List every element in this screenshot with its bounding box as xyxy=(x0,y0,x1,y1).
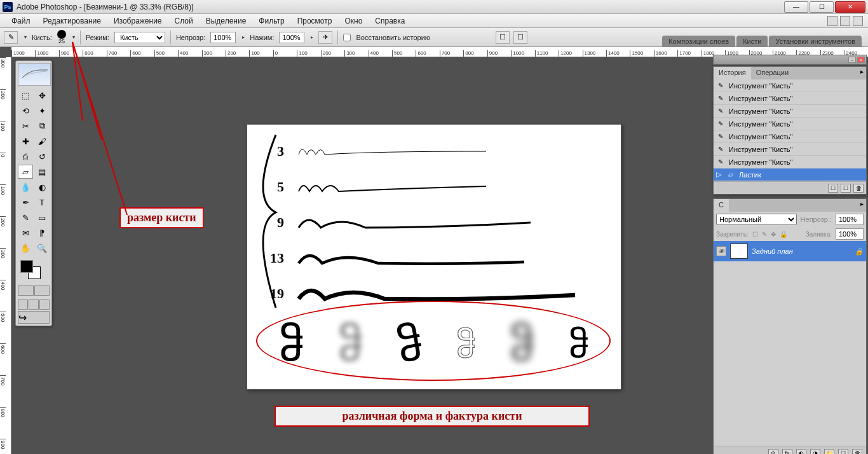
lock-trans-icon[interactable]: ☐ xyxy=(752,231,758,238)
palettes-icon-1[interactable]: ☐ xyxy=(496,31,510,44)
screen-mode-b[interactable] xyxy=(29,299,39,310)
layer-new-icon[interactable]: ☐ xyxy=(838,449,848,455)
ruler-tick: 1000 xyxy=(511,50,534,57)
doc-minimize-icon[interactable] xyxy=(827,16,837,26)
history-item[interactable]: ✎Инструмент "Кисть" xyxy=(714,105,866,118)
lock-pos-icon[interactable]: ✥ xyxy=(771,231,776,238)
healing-tool[interactable]: ✚ xyxy=(18,134,33,148)
opacity-arrow-icon[interactable]: ▸ xyxy=(242,34,245,40)
tab-layer-comps[interactable]: Композиции слоев xyxy=(662,36,735,47)
blend-mode-select[interactable]: Нормальный xyxy=(716,214,797,225)
screen-mode-a[interactable] xyxy=(18,299,28,310)
tab-tool-presets[interactable]: Установки инструментов xyxy=(769,36,862,47)
eraser-tool[interactable]: ▱ xyxy=(18,165,33,179)
stamp-tool[interactable]: ⎙ xyxy=(18,149,33,163)
tool-preset-icon[interactable]: ✎ xyxy=(4,31,18,44)
close-button[interactable]: ✕ xyxy=(835,1,865,13)
tab-history[interactable]: История xyxy=(714,67,751,79)
move-tool[interactable]: ✥ xyxy=(34,88,50,102)
history-item[interactable]: ✎Инструмент "Кисть" xyxy=(714,130,866,143)
doc-restore-icon[interactable] xyxy=(840,16,850,26)
layers-empty-area xyxy=(714,261,866,446)
flow-input[interactable] xyxy=(279,32,304,43)
panel-close-icon[interactable]: × xyxy=(857,57,865,63)
restore-history-checkbox[interactable] xyxy=(343,34,351,41)
layer-adjust-icon[interactable]: ◑ xyxy=(810,449,820,455)
slice-tool[interactable]: ⧉ xyxy=(34,119,50,133)
screen-mode-c[interactable] xyxy=(39,299,50,310)
airbrush-icon[interactable]: ✈ xyxy=(318,31,332,44)
history-item-active[interactable]: ▷▱Ластик xyxy=(714,169,866,181)
menu-edit[interactable]: Редактирование xyxy=(37,15,107,27)
maximize-button[interactable]: ☐ xyxy=(810,1,834,13)
history-brush-tool[interactable]: ↺ xyxy=(34,149,50,163)
menu-file[interactable]: Файл xyxy=(5,15,37,27)
menu-layer[interactable]: Слой xyxy=(168,15,200,27)
blur-tool[interactable]: 💧 xyxy=(18,180,33,194)
layers-menu-icon[interactable]: ▸ xyxy=(858,199,866,212)
history-item[interactable]: ✎Инструмент "Кисть" xyxy=(714,156,866,169)
layer-link-icon[interactable]: ⊘ xyxy=(768,449,778,455)
panel-minimize-icon[interactable]: - xyxy=(848,57,856,63)
menu-image[interactable]: Изображение xyxy=(107,15,168,27)
type-tool[interactable]: T xyxy=(34,195,50,209)
foreground-color-swatch[interactable] xyxy=(20,260,33,273)
notes-tool[interactable]: ✉ xyxy=(18,226,33,240)
crop-tool[interactable]: ✂ xyxy=(18,119,33,133)
lock-pixels-icon[interactable]: ✎ xyxy=(762,231,767,238)
dodge-tool[interactable]: ◐ xyxy=(34,180,50,194)
marquee-tool[interactable]: ⬚ xyxy=(18,88,33,102)
tab-brushes[interactable]: Кисти xyxy=(736,36,768,47)
ruler-tick: 200 xyxy=(0,89,6,121)
layer-mask-icon[interactable]: ◐ xyxy=(796,449,806,455)
palettes-icon-2[interactable]: ☐ xyxy=(513,31,527,44)
layer-row-background[interactable]: 👁 Задний план 🔒 xyxy=(714,241,866,261)
brush-tool[interactable]: 🖌 xyxy=(34,134,50,148)
menu-window[interactable]: Окно xyxy=(338,15,369,27)
menu-filter[interactable]: Фильтр xyxy=(252,15,290,27)
layer-delete-icon[interactable]: 🗑 xyxy=(852,449,862,455)
wand-tool[interactable]: ✦ xyxy=(34,104,50,118)
pen-tool[interactable]: ✎ xyxy=(18,210,33,224)
path-tool[interactable]: ✒ xyxy=(18,195,33,209)
brush-icon: ✎ xyxy=(716,94,725,103)
color-swatches[interactable] xyxy=(18,259,50,282)
shape-tool[interactable]: ▭ xyxy=(34,210,50,224)
history-item[interactable]: ✎Инструмент "Кисть" xyxy=(714,143,866,156)
history-snapshot-icon[interactable]: ☐ xyxy=(828,184,838,193)
layer-fx-icon[interactable]: fx xyxy=(782,449,792,455)
menu-select[interactable]: Выделение xyxy=(200,15,253,27)
history-item[interactable]: ✎Инструмент "Кисть" xyxy=(714,92,866,105)
tab-layers[interactable]: С xyxy=(714,199,729,212)
panel-menu-icon[interactable]: ▸ xyxy=(858,67,866,79)
ruler-tick: 100 xyxy=(297,50,320,57)
lasso-tool[interactable]: ⟲ xyxy=(18,104,33,118)
gradient-tool[interactable]: ▤ xyxy=(34,165,50,179)
lock-all-icon[interactable]: 🔒 xyxy=(780,231,787,238)
history-new-icon[interactable]: ☐ xyxy=(841,184,851,193)
history-delete-icon[interactable]: 🗑 xyxy=(853,184,864,193)
history-item[interactable]: ✎Инструмент "Кисть" xyxy=(714,79,866,92)
ruler-tick: 1500 xyxy=(630,50,653,57)
menu-view[interactable]: Просмотр xyxy=(291,15,339,27)
layer-opacity-input[interactable] xyxy=(836,214,864,225)
fill-input[interactable] xyxy=(836,228,864,240)
brush-icon: ✎ xyxy=(716,81,725,90)
flow-arrow-icon[interactable]: ▸ xyxy=(311,34,313,40)
menu-help[interactable]: Справка xyxy=(369,15,411,27)
layer-folder-icon[interactable]: 📁 xyxy=(824,449,834,455)
mask-mode-standard[interactable] xyxy=(18,285,34,296)
layer-visibility-icon[interactable]: 👁 xyxy=(716,246,726,256)
mask-mode-quick[interactable] xyxy=(34,285,50,296)
doc-close-icon[interactable] xyxy=(853,16,863,26)
history-item[interactable]: ✎Инструмент "Кисть" xyxy=(714,118,866,130)
hand-tool[interactable]: ✋ xyxy=(18,241,33,255)
zoom-tool[interactable]: 🔍 xyxy=(34,241,50,255)
brush-dot-icon xyxy=(57,30,66,39)
ruler-tick: 900 xyxy=(487,50,511,57)
eyedropper-tool[interactable]: ⁋ xyxy=(34,226,50,240)
ruler-tick: 600 xyxy=(416,50,439,57)
tab-actions[interactable]: Операции xyxy=(751,67,794,79)
jump-to-imageready[interactable]: ↪ xyxy=(18,311,50,324)
minimize-button[interactable]: — xyxy=(784,1,808,13)
